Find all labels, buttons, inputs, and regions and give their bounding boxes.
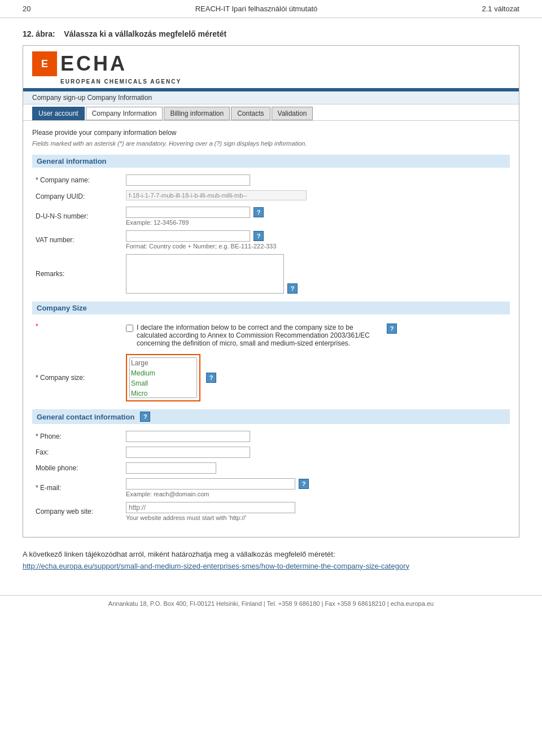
section-company-size-title: Company Size [37, 304, 87, 312]
svg-text:E: E [41, 58, 48, 69]
size-help-button[interactable]: ? [206, 373, 216, 383]
figure-label: 12. ábra: [23, 29, 55, 38]
size-option-medium[interactable]: Medium [130, 368, 196, 378]
echa-logo-icon: E [32, 51, 57, 76]
vat-input-row: ? [126, 230, 506, 242]
duns-input[interactable] [126, 207, 250, 218]
declare-checkbox-row: I declare the information below to be co… [126, 321, 397, 349]
size-option-micro[interactable]: Micro [130, 388, 196, 398]
email-help-button[interactable]: ? [299, 479, 309, 489]
figure-description: Válassza ki a vállalkozás megfelelő mére… [64, 29, 226, 38]
company-name-input[interactable] [126, 174, 250, 186]
email-input[interactable] [126, 478, 295, 490]
general-info-table: * Company name: Company UUID: f-18-i-1-7… [32, 172, 510, 296]
section-general-info: General information [32, 155, 510, 168]
company-size-box: Large Medium Small Micro [126, 354, 200, 401]
table-row: Mobile phone: [32, 460, 510, 476]
size-select-row: Large Medium Small Micro ? [126, 354, 506, 401]
form-note: Fields marked with an asterisk (*) are m… [32, 140, 510, 147]
table-row: D-U-N-S number: ? Example: 12-3456-789 [32, 204, 510, 228]
remarks-textarea-row: ? [126, 254, 506, 294]
remarks-help-button[interactable]: ? [287, 283, 298, 294]
table-row: * E-mail: ? Example: reach@domain.com [32, 476, 510, 500]
tab-billing[interactable]: Billing information [164, 107, 230, 120]
page-header: 20 REACH-IT Ipari felhasználói útmutató … [0, 0, 542, 18]
vat-label: VAT number: [32, 228, 123, 252]
tab-contacts[interactable]: Contacts [231, 107, 270, 120]
echa-logo-text: ECHA [60, 52, 127, 76]
footer-text: Annankatu 18, P.O. Box 400, FI-00121 Hel… [108, 600, 434, 607]
size-option-small[interactable]: Small [130, 378, 196, 388]
declare-text: I declare the information below to be co… [137, 324, 381, 347]
table-row: * Company name: [32, 172, 510, 188]
duns-input-row: ? [126, 207, 506, 218]
section-general-contact: General contact information ? [32, 409, 510, 424]
table-row: * I declare the information below to be … [32, 319, 510, 352]
form-area: Please provide your company information … [23, 121, 519, 537]
echa-logo: E ECHA [32, 51, 510, 76]
mobile-cell [123, 460, 510, 476]
mobile-input[interactable] [126, 462, 216, 474]
echa-header: E ECHA EUROPEAN CHEMICALS AGENCY [23, 46, 519, 88]
asterisk-cell: * [32, 319, 123, 352]
email-cell: ? Example: reach@domain.com [123, 476, 510, 500]
fax-cell [123, 444, 510, 460]
contact-info-table: * Phone: Fax: Mobile phone: [32, 429, 510, 523]
company-uuid-value: f-18-i-1-7-7-mub-ill-18-i-b-illi-mub-mil… [126, 190, 307, 200]
vat-cell: ? Format: Country code + Number; e.g. BE… [123, 228, 510, 252]
size-option-large[interactable]: Large [130, 358, 196, 368]
bottom-link[interactable]: http://echa.europa.eu/support/small-and-… [23, 562, 409, 570]
form-intro: Please provide your company information … [32, 129, 510, 137]
doc-title-left: REACH-IT Ipari felhasználói útmutató [195, 5, 318, 13]
remarks-cell: ? [123, 252, 510, 296]
required-star: * [36, 322, 38, 330]
company-size-table: * I declare the information below to be … [32, 319, 510, 404]
company-size-select[interactable]: Large Medium Small Micro [129, 357, 197, 398]
breadcrumb: Company sign-up Company Information [23, 91, 519, 104]
page-footer: Annankatu 18, P.O. Box 400, FI-00121 Hel… [0, 595, 542, 611]
declare-help-button[interactable]: ? [387, 324, 397, 334]
website-cell: Your website address must start with 'ht… [123, 500, 510, 523]
vat-help-button[interactable]: ? [253, 231, 264, 241]
table-row: * Company size: Large Medium Small Micro [32, 352, 510, 404]
tab-validation[interactable]: Validation [272, 107, 313, 120]
table-row: Company web site: Your website address m… [32, 500, 510, 523]
section-general-contact-title: General contact information [37, 413, 134, 421]
duns-example: Example: 12-3456-789 [126, 219, 506, 226]
table-row: * Phone: [32, 429, 510, 444]
company-size-label: * Company size: [32, 352, 123, 404]
bottom-text: A következő linken tájékozódhat arról, m… [23, 550, 335, 558]
checkbox-cell: I declare the information below to be co… [123, 319, 510, 352]
declare-checkbox[interactable] [126, 325, 133, 332]
table-row: Fax: [32, 444, 510, 460]
company-size-select-cell: Large Medium Small Micro ? [123, 352, 510, 404]
vat-example: Format: Country code + Number; e.g. BE-1… [126, 243, 506, 250]
bottom-text-block: A következő linken tájékozódhat arról, m… [23, 549, 519, 573]
website-label: Company web site: [32, 500, 123, 523]
email-input-row: ? [126, 478, 506, 490]
email-label: * E-mail: [32, 476, 123, 500]
vat-input[interactable] [126, 230, 250, 242]
contact-section-help-button[interactable]: ? [140, 412, 150, 422]
phone-label: * Phone: [32, 429, 123, 444]
company-uuid-cell: f-18-i-1-7-7-mub-ill-18-i-b-illi-mub-mil… [123, 188, 510, 204]
main-content: 12. ábra: Válassza ki a vállalkozás megf… [0, 18, 542, 589]
phone-input[interactable] [126, 431, 250, 442]
fax-label: Fax: [32, 444, 123, 460]
company-name-cell [123, 172, 510, 188]
website-input[interactable] [126, 502, 295, 513]
phone-cell [123, 429, 510, 444]
fax-input[interactable] [126, 447, 250, 458]
tab-company-info[interactable]: Company Information [86, 107, 163, 120]
page-number: 20 [23, 5, 30, 13]
table-row: Remarks: ? [32, 252, 510, 296]
echa-subtext: EUROPEAN CHEMICALS AGENCY [60, 78, 510, 85]
duns-label: D-U-N-S number: [32, 204, 123, 228]
duns-help-button[interactable]: ? [253, 207, 264, 217]
section-company-size: Company Size [32, 301, 510, 314]
remarks-input[interactable] [126, 254, 284, 294]
figure-box: E ECHA EUROPEAN CHEMICALS AGENCY Company… [23, 45, 519, 537]
remarks-label: Remarks: [32, 252, 123, 296]
figure-title: 12. ábra: Válassza ki a vállalkozás megf… [23, 29, 519, 38]
tab-user-account[interactable]: User account [32, 107, 85, 120]
